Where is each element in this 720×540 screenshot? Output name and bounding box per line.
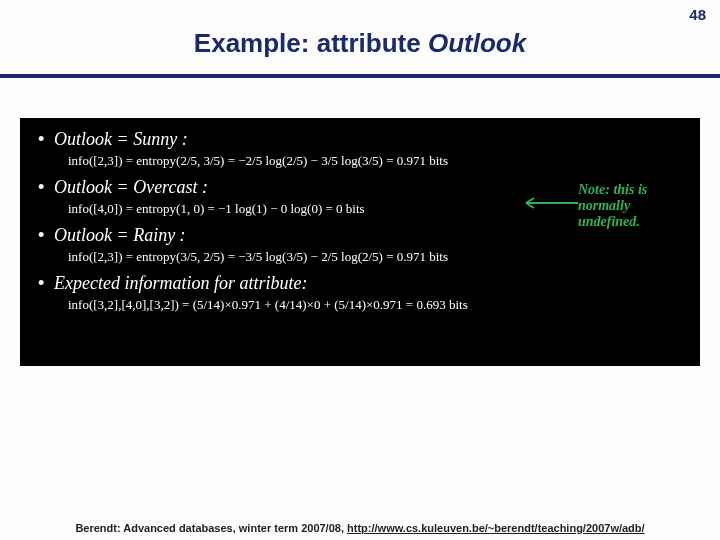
title-prefix: Example: attribute [194, 28, 428, 58]
page-number: 48 [689, 6, 706, 23]
sunny-equation: info([2,3]) = entropy(2/5, 3/5) = −2/5 l… [68, 152, 686, 170]
title-emph: Outlook [428, 28, 526, 58]
sunny-heading: Outlook = Sunny : [54, 128, 188, 150]
bullet-sunny: • Outlook = Sunny : [38, 128, 686, 150]
overcast-heading: Outlook = Overcast : [54, 176, 208, 198]
margin-note: Note: this is normally undefined. [578, 182, 688, 230]
slide-title: Example: attribute Outlook [0, 28, 720, 59]
bullet-icon: • [38, 176, 54, 198]
footer-url: http://www.cs.kuleuven.be/~berendt/teach… [347, 522, 645, 534]
bullet-icon: • [38, 224, 54, 246]
rainy-equation: info([2,3]) = entropy(3/5, 2/5) = −3/5 l… [68, 248, 686, 266]
footer: Berendt: Advanced databases, winter term… [0, 522, 720, 534]
slide: 48 Example: attribute Outlook • Outlook … [0, 0, 720, 540]
bullet-icon: • [38, 272, 54, 294]
arrow-icon [520, 196, 580, 210]
bullet-icon: • [38, 128, 54, 150]
content-box: • Outlook = Sunny : info([2,3]) = entrop… [20, 118, 700, 366]
expected-heading: Expected information for attribute: [54, 272, 307, 294]
footer-text: Berendt: Advanced databases, winter term… [75, 522, 347, 534]
rainy-heading: Outlook = Rainy : [54, 224, 186, 246]
bullet-expected: • Expected information for attribute: [38, 272, 686, 294]
expected-equation: info([3,2],[4,0],[3,2]) = (5/14)×0.971 +… [68, 296, 686, 314]
title-underline [0, 74, 720, 78]
